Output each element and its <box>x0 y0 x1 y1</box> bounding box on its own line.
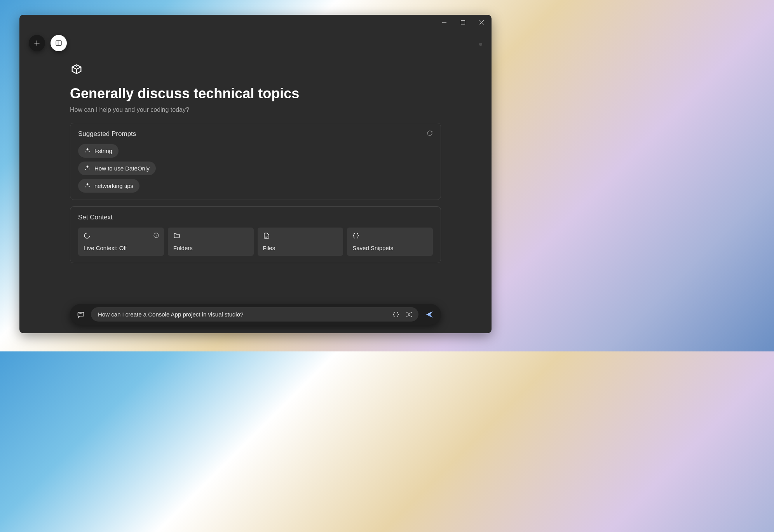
scan-icon <box>406 311 413 318</box>
context-tile-live[interactable]: Live Context: Off <box>78 228 164 256</box>
panel-icon <box>55 40 62 47</box>
svg-rect-9 <box>78 312 84 316</box>
send-icon <box>425 310 434 319</box>
plus-icon <box>33 40 40 47</box>
code-block-button[interactable] <box>390 309 401 320</box>
tile-label: Folders <box>173 245 248 251</box>
tile-label: Files <box>263 245 338 251</box>
suggested-prompts-header: Suggested Prompts <box>78 130 433 138</box>
menu-indicator[interactable] <box>479 43 482 46</box>
tile-label: Saved Snippets <box>352 245 427 251</box>
close-icon <box>479 20 484 24</box>
close-button[interactable] <box>472 16 491 28</box>
chat-icon <box>77 311 85 318</box>
braces-icon <box>352 232 427 241</box>
context-grid: Live Context: Off Folders Files <box>78 228 433 256</box>
input-wrap <box>91 307 418 322</box>
chip-label: f-string <box>94 148 112 154</box>
set-context-header: Set Context <box>78 214 433 221</box>
page-subtitle: How can I help you and your coding today… <box>70 106 441 113</box>
new-chat-button[interactable] <box>29 35 45 51</box>
braces-icon <box>392 311 399 318</box>
box-icon <box>70 64 83 77</box>
suggested-prompts-card: Suggested Prompts f-string How to use Da <box>70 123 441 200</box>
prompt-chip[interactable]: networking tips <box>78 179 139 193</box>
chip-label: networking tips <box>94 183 133 189</box>
svg-point-3 <box>84 233 90 238</box>
refresh-prompts-button[interactable] <box>427 130 433 138</box>
minimize-button[interactable] <box>435 16 453 28</box>
set-context-card: Set Context Live Context: Off Fold <box>70 206 441 263</box>
info-icon[interactable] <box>153 232 159 240</box>
page-title: Generally discuss technical topics <box>70 85 441 102</box>
prompt-chips-list: f-string How to use DateOnly networking … <box>78 144 433 193</box>
tile-label: Live Context: Off <box>84 245 159 251</box>
app-window: Generally discuss technical topics How c… <box>19 15 492 333</box>
prompt-chip[interactable]: f-string <box>78 144 119 158</box>
svg-rect-0 <box>461 20 465 24</box>
sparkle-icon <box>84 147 91 155</box>
app-logo <box>70 64 441 78</box>
sparkle-icon <box>84 165 91 172</box>
send-button[interactable] <box>423 308 436 321</box>
context-tile-snippets[interactable]: Saved Snippets <box>347 228 433 256</box>
screenshot-button[interactable] <box>404 309 415 320</box>
main-content: Generally discuss technical topics How c… <box>19 30 492 304</box>
svg-point-10 <box>408 313 410 315</box>
folder-icon <box>173 232 248 241</box>
maximize-button[interactable] <box>453 16 472 28</box>
refresh-icon <box>427 130 433 136</box>
prompt-input[interactable] <box>91 307 418 322</box>
prompt-chip[interactable]: How to use DateOnly <box>78 162 156 175</box>
sparkle-icon <box>84 182 91 190</box>
context-tile-files[interactable]: Files <box>258 228 343 256</box>
context-tile-folders[interactable]: Folders <box>168 228 254 256</box>
suggested-prompts-title: Suggested Prompts <box>78 130 136 138</box>
spinner-icon <box>84 232 159 241</box>
titlebar <box>19 15 492 30</box>
file-icon <box>263 232 338 241</box>
chat-mode-button[interactable] <box>75 309 86 320</box>
input-bar <box>70 304 441 325</box>
svg-rect-1 <box>56 41 61 45</box>
toggle-sidebar-button[interactable] <box>51 35 67 51</box>
top-actions <box>29 35 67 51</box>
chip-label: How to use DateOnly <box>94 165 150 172</box>
minimize-icon <box>442 20 446 24</box>
maximize-icon <box>461 20 465 24</box>
input-right-icons <box>390 309 415 320</box>
set-context-title: Set Context <box>78 214 113 221</box>
